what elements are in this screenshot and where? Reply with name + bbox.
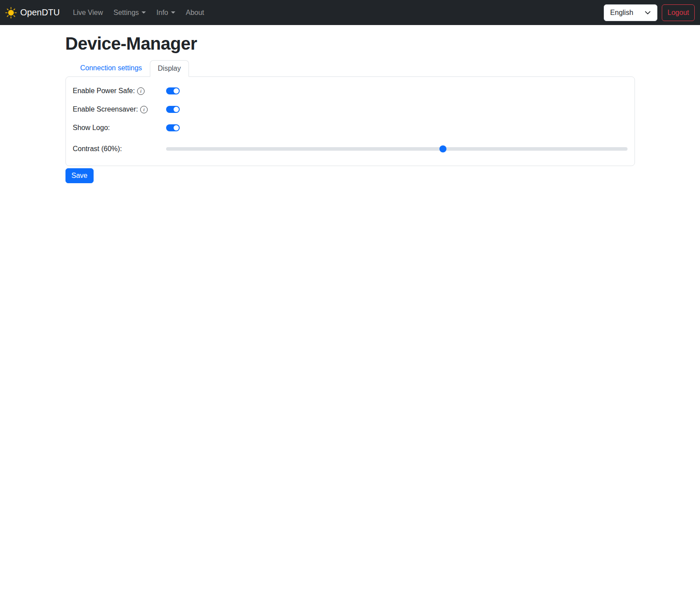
- show-logo-label: Show Logo:: [73, 124, 166, 132]
- nav-item-info[interactable]: Info: [151, 5, 181, 20]
- contrast-label: Contrast (60%):: [73, 145, 166, 153]
- logout-button[interactable]: Logout: [662, 4, 695, 21]
- info-icon[interactable]: i: [137, 87, 145, 95]
- navbar-left: OpenDTU Live View Settings Info About: [5, 5, 210, 20]
- display-settings-card: Enable Power Safe: i Enable Screensaver:…: [65, 76, 635, 166]
- sun-icon: [5, 7, 17, 18]
- screensaver-label: Enable Screensaver: i: [73, 105, 166, 113]
- toggle-knob: [174, 125, 179, 130]
- power-safe-label-text: Enable Power Safe:: [73, 87, 135, 95]
- nav-item-settings-label: Settings: [113, 9, 139, 17]
- contrast-control: [166, 145, 627, 152]
- nav-item-info-label: Info: [156, 9, 168, 17]
- brand-link[interactable]: OpenDTU: [5, 7, 60, 18]
- page-title: Device-Manager: [65, 34, 635, 54]
- language-select[interactable]: English: [604, 4, 657, 21]
- toggle-knob: [174, 107, 179, 112]
- show-logo-toggle[interactable]: [166, 124, 180, 131]
- toggle-knob: [174, 88, 179, 94]
- contrast-slider-thumb[interactable]: [439, 145, 446, 152]
- brand-label: OpenDTU: [20, 7, 60, 18]
- info-icon[interactable]: i: [140, 106, 148, 113]
- language-select-value: English: [610, 9, 633, 17]
- tab-display[interactable]: Display: [150, 60, 189, 77]
- main-content: Device-Manager Connection settings Displ…: [60, 34, 640, 183]
- screensaver-toggle[interactable]: [166, 106, 180, 113]
- screensaver-control: [166, 106, 627, 113]
- form-row-show-logo: Show Logo:: [73, 121, 627, 135]
- form-row-screensaver: Enable Screensaver: i: [73, 102, 627, 116]
- power-safe-toggle[interactable]: [166, 87, 180, 94]
- tab-bar: Connection settings Display: [65, 60, 635, 76]
- navbar: OpenDTU Live View Settings Info About En…: [0, 0, 700, 25]
- screensaver-label-text: Enable Screensaver:: [73, 105, 138, 113]
- tab-connection-settings[interactable]: Connection settings: [73, 60, 150, 76]
- form-row-power-safe: Enable Power Safe: i: [73, 84, 627, 98]
- nav-item-settings[interactable]: Settings: [108, 5, 151, 20]
- contrast-label-text: Contrast (60%):: [73, 145, 122, 153]
- form-row-contrast: Contrast (60%):: [73, 142, 627, 156]
- chevron-down-icon: [645, 10, 651, 16]
- contrast-slider[interactable]: [166, 145, 627, 152]
- caret-down-icon: [141, 11, 146, 14]
- power-safe-label: Enable Power Safe: i: [73, 87, 166, 95]
- nav-item-about[interactable]: About: [181, 5, 210, 20]
- show-logo-control: [166, 124, 627, 131]
- nav-item-live-view[interactable]: Live View: [68, 5, 108, 20]
- power-safe-control: [166, 87, 627, 94]
- save-button[interactable]: Save: [65, 168, 94, 183]
- navbar-right: English Logout: [604, 4, 695, 21]
- show-logo-label-text: Show Logo:: [73, 124, 110, 132]
- contrast-slider-track: [166, 147, 627, 151]
- caret-down-icon: [171, 11, 175, 14]
